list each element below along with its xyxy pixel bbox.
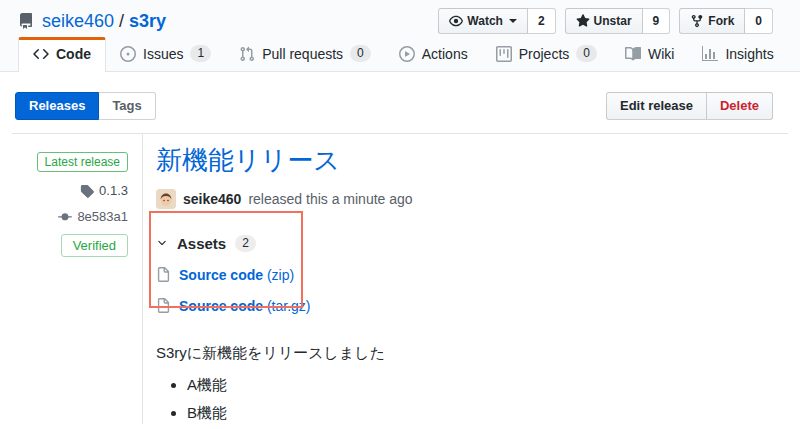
release-tag[interactable]: 0.1.3 xyxy=(80,183,128,198)
file-icon xyxy=(156,298,171,313)
bullet-item: B機能 xyxy=(187,404,788,423)
asset-row-zip: Source code (zip) xyxy=(156,267,788,283)
edit-release-button[interactable]: Edit release xyxy=(606,92,707,120)
release-entry: Latest release 0.1.3 8e583a1 Verified 新機… xyxy=(12,133,788,424)
latest-release-badge: Latest release xyxy=(37,152,128,172)
star-group: Unstar 9 xyxy=(565,8,671,34)
breadcrumb: seike460 / s3ry xyxy=(42,11,166,32)
repo-separator: / xyxy=(119,11,124,32)
repo-tab-nav: Code Issues 1 Pull requests 0 Actions Pr… xyxy=(0,37,800,72)
release-time-text: released this a minute ago xyxy=(248,191,412,207)
source-code-zip-link[interactable]: Source code (zip) xyxy=(179,267,294,283)
tab-code[interactable]: Code xyxy=(18,37,106,72)
avatar[interactable] xyxy=(156,189,176,209)
pull-request-icon xyxy=(239,46,255,62)
release-title: 新機能リリース xyxy=(156,144,788,177)
fork-label: Fork xyxy=(708,13,734,29)
assets-toggle[interactable]: Assets 2 xyxy=(156,235,256,252)
tab-projects[interactable]: Projects 0 xyxy=(482,37,611,71)
repo-title-row: seike460 / s3ry Watch 2 Unstar 9 xyxy=(0,0,800,34)
release-main: 新機能リリース seike460 released this a minute … xyxy=(143,134,788,424)
projects-count-badge: 0 xyxy=(576,45,597,62)
graph-icon xyxy=(702,46,718,62)
verified-badge[interactable]: Verified xyxy=(61,234,128,257)
book-icon xyxy=(625,46,641,62)
commit-sha: 8e583a1 xyxy=(77,209,128,224)
release-commit[interactable]: 8e583a1 xyxy=(58,209,128,224)
asset-format: (tar.gz) xyxy=(267,298,311,314)
tab-insights-label: Insights xyxy=(725,46,773,62)
asset-row-targz: Source code (tar.gz) xyxy=(156,298,788,314)
delete-button[interactable]: Delete xyxy=(707,92,773,120)
releases-tags-toggle: Releases Tags xyxy=(15,92,156,120)
star-icon xyxy=(576,14,590,28)
play-circle-icon xyxy=(399,46,415,62)
release-bullet-list: A機能 B機能 xyxy=(156,376,788,423)
commit-icon xyxy=(58,210,72,224)
release-author-link[interactable]: seike460 xyxy=(183,191,241,207)
tab-insights[interactable]: Insights xyxy=(688,37,787,71)
chevron-down-icon xyxy=(156,237,168,249)
watch-label: Watch xyxy=(467,13,503,29)
source-code-targz-link[interactable]: Source code (tar.gz) xyxy=(179,298,311,314)
issue-icon xyxy=(120,46,136,62)
fork-group: Fork 0 xyxy=(679,8,773,34)
assets-section: Assets 2 Source code (zip) Source code (… xyxy=(156,235,788,314)
repo-owner-link[interactable]: seike460 xyxy=(42,11,114,32)
project-board-icon xyxy=(496,46,512,62)
tab-actions[interactable]: Actions xyxy=(385,37,482,71)
tag-name: 0.1.3 xyxy=(99,183,128,198)
release-body-text: S3ryに新機能をリリースしました xyxy=(156,344,788,363)
tab-code-label: Code xyxy=(56,46,91,62)
fork-button[interactable]: Fork xyxy=(679,8,745,34)
caret-down-icon xyxy=(509,19,517,23)
bullet-item: A機能 xyxy=(187,376,788,395)
social-buttons: Watch 2 Unstar 9 Fork 0 xyxy=(438,8,773,34)
asset-name: Source code xyxy=(179,298,263,314)
repo-book-icon xyxy=(18,13,34,29)
unstar-label: Unstar xyxy=(594,13,632,29)
tab-issues-label: Issues xyxy=(143,46,183,62)
tags-button[interactable]: Tags xyxy=(99,92,155,120)
asset-name: Source code xyxy=(179,267,263,283)
tab-wiki[interactable]: Wiki xyxy=(611,37,688,71)
code-icon xyxy=(33,46,49,62)
tab-actions-label: Actions xyxy=(422,46,468,62)
asset-format: (zip) xyxy=(267,267,294,283)
issues-count-badge: 1 xyxy=(190,45,211,62)
assets-label: Assets xyxy=(177,235,226,252)
releases-button[interactable]: Releases xyxy=(15,92,99,120)
unstar-button[interactable]: Unstar xyxy=(565,8,643,34)
watch-button[interactable]: Watch xyxy=(438,8,528,34)
tab-issues[interactable]: Issues 1 xyxy=(106,37,225,71)
watch-count[interactable]: 2 xyxy=(528,8,556,34)
watch-group: Watch 2 xyxy=(438,8,555,34)
tab-settings[interactable]: Settings xyxy=(788,37,800,71)
assets-count-badge: 2 xyxy=(235,235,256,252)
tab-wiki-label: Wiki xyxy=(648,46,674,62)
fork-count[interactable]: 0 xyxy=(745,8,773,34)
repo-name-link[interactable]: s3ry xyxy=(129,11,166,32)
releases-subnav: Releases Tags Edit release Delete xyxy=(0,72,800,133)
tab-pull-requests-label: Pull requests xyxy=(262,46,343,62)
pull-requests-count-badge: 0 xyxy=(350,45,371,62)
star-count[interactable]: 9 xyxy=(643,8,671,34)
release-actions: Edit release Delete xyxy=(606,92,773,120)
release-sidebar: Latest release 0.1.3 8e583a1 Verified xyxy=(12,134,143,424)
tab-pull-requests[interactable]: Pull requests 0 xyxy=(225,37,385,71)
repo-header: seike460 / s3ry Watch 2 Unstar 9 xyxy=(0,0,800,72)
file-icon xyxy=(156,267,171,282)
fork-icon xyxy=(690,14,704,28)
release-author-line: seike460 released this a minute ago xyxy=(156,189,788,209)
eye-icon xyxy=(449,14,463,28)
tab-projects-label: Projects xyxy=(519,46,570,62)
tag-icon xyxy=(80,184,94,198)
